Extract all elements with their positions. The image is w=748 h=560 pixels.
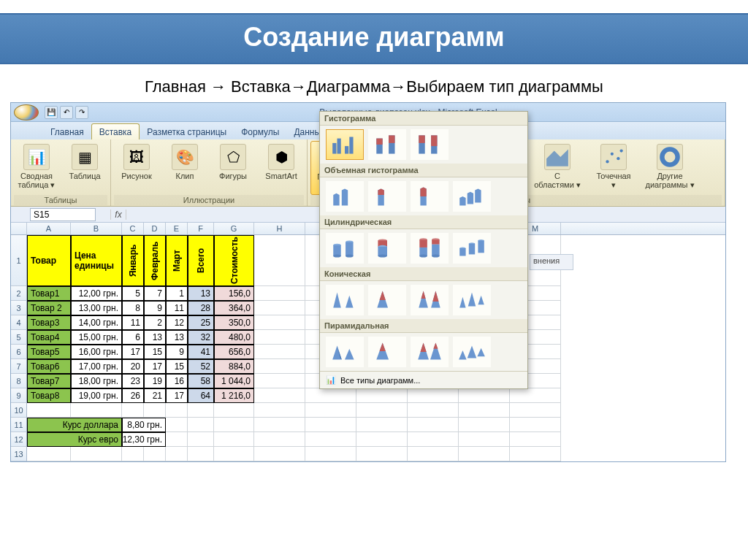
cell[interactable]: [356, 447, 408, 461]
cell[interactable]: 1 216,0: [214, 388, 254, 403]
cell[interactable]: [305, 432, 356, 447]
scatter-chart-button[interactable]: Точечная ▾: [591, 141, 636, 195]
cell[interactable]: [27, 403, 71, 418]
cell[interactable]: [254, 315, 305, 330]
cell[interactable]: 1 044,0: [214, 374, 254, 388]
rowhdr-8[interactable]: 8: [11, 374, 27, 388]
cell[interactable]: [459, 403, 510, 418]
cell[interactable]: 20: [122, 359, 144, 374]
chart-type-cone-100[interactable]: [411, 285, 449, 315]
cell[interactable]: [254, 286, 305, 301]
cell[interactable]: [408, 418, 459, 432]
cell[interactable]: [510, 447, 561, 461]
cell[interactable]: [408, 388, 459, 403]
chart-type-clustered-column[interactable]: [326, 129, 364, 160]
cell[interactable]: [459, 447, 510, 461]
cell[interactable]: 13: [166, 330, 188, 345]
cell[interactable]: [254, 388, 305, 403]
cell[interactable]: Товар 2: [27, 301, 71, 315]
cell[interactable]: [166, 403, 188, 418]
fx-icon[interactable]: fx: [110, 210, 126, 220]
cell[interactable]: 13,00 грн.: [71, 301, 122, 315]
cell[interactable]: [122, 447, 144, 461]
cell[interactable]: Товар: [27, 235, 71, 286]
save-icon[interactable]: 💾: [45, 106, 58, 119]
cell[interactable]: [254, 301, 305, 315]
chart-type-cylinder-100[interactable]: [411, 233, 449, 264]
chart-type-3d-100-stacked[interactable]: [411, 181, 449, 212]
colhdr-g[interactable]: G: [214, 223, 254, 234]
all-chart-types-button[interactable]: 📊 Все типы диаграмм...: [320, 371, 527, 388]
cell[interactable]: [254, 447, 305, 461]
cell[interactable]: [254, 235, 305, 286]
chart-type-cone-stacked[interactable]: [368, 285, 406, 315]
cell[interactable]: 884,0: [214, 359, 254, 374]
rowhdr-9[interactable]: 9: [11, 388, 27, 403]
cell[interactable]: [188, 418, 214, 432]
colhdr-a[interactable]: A: [27, 223, 71, 234]
chart-type-3d-clustered[interactable]: [326, 181, 364, 212]
cell[interactable]: [510, 388, 561, 403]
cell[interactable]: Товар6: [27, 359, 71, 374]
cell[interactable]: [214, 403, 254, 418]
cell[interactable]: [459, 388, 510, 403]
cell[interactable]: [459, 418, 510, 432]
cell[interactable]: [510, 432, 561, 447]
cell[interactable]: 156,0: [214, 286, 254, 301]
cell[interactable]: [144, 447, 166, 461]
cell[interactable]: [254, 403, 305, 418]
picture-button[interactable]: 🖼Рисунок: [114, 141, 159, 195]
cell[interactable]: 14,00 грн.: [71, 315, 122, 330]
cell[interactable]: [356, 418, 408, 432]
tab-page-layout[interactable]: Разметка страницы: [140, 124, 234, 139]
chart-type-3d-stacked[interactable]: [368, 181, 406, 212]
cell[interactable]: [188, 432, 214, 447]
cell[interactable]: 26: [122, 388, 144, 403]
cell[interactable]: [188, 403, 214, 418]
cell[interactable]: Февраль: [144, 235, 166, 286]
rowhdr-2[interactable]: 2: [11, 286, 27, 301]
cell[interactable]: [254, 418, 305, 432]
tab-home[interactable]: Главная: [43, 124, 91, 139]
cell[interactable]: [214, 432, 254, 447]
cell[interactable]: 64: [188, 388, 214, 403]
cell[interactable]: 8,80 грн.: [122, 418, 166, 432]
chart-type-100-stacked-column[interactable]: [411, 129, 449, 160]
chart-type-pyramid-stacked[interactable]: [368, 337, 406, 367]
name-box[interactable]: S15: [30, 208, 96, 221]
cell[interactable]: [254, 432, 305, 447]
rowhdr-4[interactable]: 4: [11, 315, 27, 330]
cell[interactable]: Курс евро: [27, 432, 122, 447]
cell[interactable]: Всего: [188, 235, 214, 286]
cell[interactable]: [305, 388, 356, 403]
cell[interactable]: 13: [144, 330, 166, 345]
cell[interactable]: [254, 374, 305, 388]
cell[interactable]: 9: [166, 345, 188, 359]
cell[interactable]: 13: [188, 286, 214, 301]
cell[interactable]: [459, 432, 510, 447]
cell[interactable]: 17: [144, 359, 166, 374]
cell[interactable]: 350,0: [214, 315, 254, 330]
cell[interactable]: 2: [144, 315, 166, 330]
cell[interactable]: [214, 447, 254, 461]
cell[interactable]: 16,00 грн.: [71, 345, 122, 359]
chart-type-pyramid-3d[interactable]: [453, 337, 491, 367]
cell[interactable]: 1: [166, 286, 188, 301]
cell[interactable]: 656,0: [214, 345, 254, 359]
cell[interactable]: [254, 345, 305, 359]
cell[interactable]: 12,00 грн.: [71, 286, 122, 301]
cell[interactable]: 480,0: [214, 330, 254, 345]
cell[interactable]: 15,00 грн.: [71, 330, 122, 345]
chart-type-pyramid-100[interactable]: [411, 337, 449, 367]
cell[interactable]: 32: [188, 330, 214, 345]
cell[interactable]: Стоимость: [214, 235, 254, 286]
colhdr-c[interactable]: C: [122, 223, 144, 234]
cell[interactable]: [510, 403, 561, 418]
cell[interactable]: Курс доллара: [27, 418, 122, 432]
cell[interactable]: Цена единицы: [71, 235, 122, 286]
cell[interactable]: Товар4: [27, 330, 71, 345]
cell[interactable]: [510, 418, 561, 432]
cell[interactable]: Январь: [122, 235, 144, 286]
tab-insert[interactable]: Вставка: [91, 123, 140, 139]
rowhdr-13[interactable]: 13: [11, 447, 27, 461]
